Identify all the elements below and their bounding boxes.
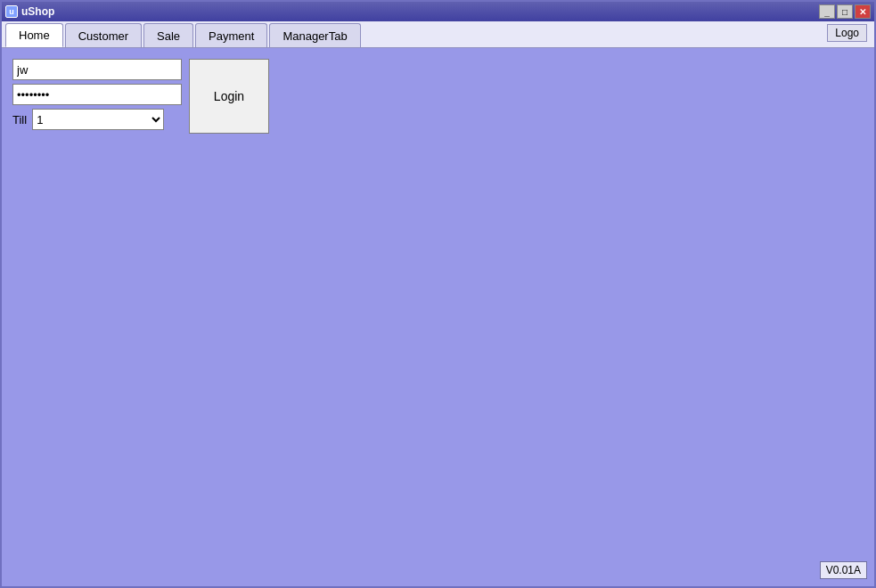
tab-sale[interactable]: Sale [143,23,193,47]
tab-customer-label: Customer [78,29,128,43]
till-label: Till [12,113,27,127]
close-button[interactable]: ✕ [855,4,871,19]
password-input[interactable] [12,84,182,105]
login-button[interactable]: Login [189,59,269,134]
username-input[interactable] [12,59,182,80]
tab-home-label: Home [19,29,50,42]
maximize-button[interactable]: □ [837,4,853,19]
tab-managertab[interactable]: ManagerTab [269,23,360,47]
tab-managertab-label: ManagerTab [282,29,347,43]
till-row: Till 1 2 3 [12,109,182,130]
version-badge: V0.01A [820,561,867,579]
login-form: Till 1 2 3 Login [12,59,864,134]
tab-payment-label: Payment [209,29,254,43]
content-area: Till 1 2 3 Login V0.01A [2,48,874,586]
tab-sale-label: Sale [157,29,180,43]
app-icon: u [5,5,18,18]
login-button-label: Login [214,89,244,103]
tab-payment[interactable]: Payment [195,23,267,47]
app-window: u uShop _ □ ✕ Home Customer Sale Payment… [0,0,876,588]
fields-column: Till 1 2 3 [12,59,182,130]
logo-button[interactable]: Logo [827,24,867,42]
titlebar-left: u uShop [5,5,54,18]
titlebar-title: uShop [21,5,54,18]
tab-customer[interactable]: Customer [65,23,142,47]
menubar: Home Customer Sale Payment ManagerTab Lo… [2,21,874,48]
till-select[interactable]: 1 2 3 [32,109,164,130]
logo-label: Logo [835,27,859,39]
minimize-button[interactable]: _ [819,4,835,19]
titlebar-controls: _ □ ✕ [819,4,871,19]
version-label: V0.01A [826,564,861,576]
tab-home[interactable]: Home [5,23,63,47]
titlebar: u uShop _ □ ✕ [2,2,874,21]
